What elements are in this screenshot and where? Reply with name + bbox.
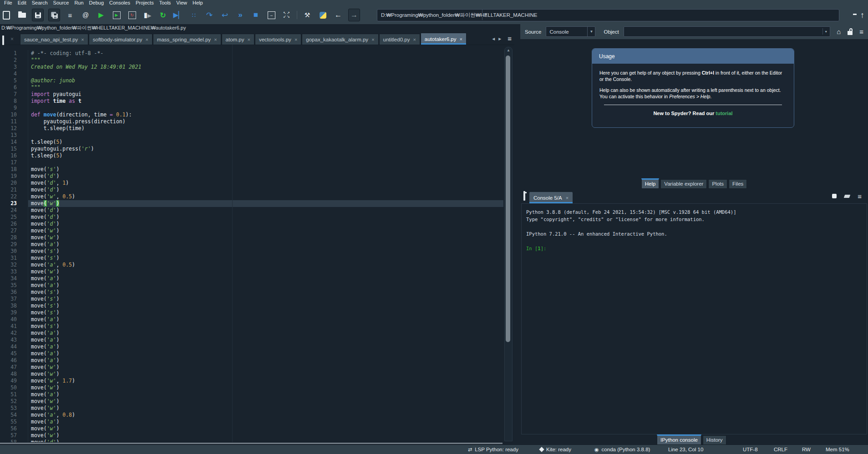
menu-item-edit[interactable]: Edit xyxy=(15,0,29,6)
source-select[interactable]: Console ▼ xyxy=(546,26,595,37)
console-tab[interactable]: Console 5/A × xyxy=(529,192,573,203)
code-line[interactable]: 20move('d', 1) xyxy=(0,180,503,187)
console-options-menu-icon[interactable]: ≡ xyxy=(858,192,862,200)
menu-item-consoles[interactable]: Consoles xyxy=(107,0,133,6)
code-line[interactable]: 41move('s') xyxy=(0,323,503,330)
code-line[interactable]: 11 pyautogui.press(direction) xyxy=(0,118,503,125)
code-line[interactable]: 49move('w', 1.7) xyxy=(0,378,503,384)
code-line[interactable]: 21move('d') xyxy=(0,187,503,193)
editor-tab[interactable]: autotaker6.py× xyxy=(421,33,467,45)
pane-tab-plots[interactable]: Plots xyxy=(708,179,727,189)
editor-tab[interactable]: vectortools.py× xyxy=(255,34,301,45)
code-line[interactable]: 47move('w') xyxy=(0,364,503,371)
code-line[interactable]: 51move('a') xyxy=(0,391,503,398)
code-line[interactable]: 56move('w') xyxy=(0,425,503,432)
code-line[interactable]: 26move('d') xyxy=(0,221,503,227)
code-line[interactable]: 44move('a') xyxy=(0,343,503,350)
code-line[interactable]: 50move('w') xyxy=(0,384,503,391)
code-line[interactable]: 27move('w') xyxy=(0,227,503,234)
rerun-last-button[interactable]: ↻ xyxy=(157,9,168,21)
editor-horizontal-scrollbar[interactable] xyxy=(0,443,503,444)
open-file-button[interactable] xyxy=(16,9,27,21)
scrollbar-handle[interactable] xyxy=(506,55,510,342)
code-line[interactable]: 35move('a') xyxy=(0,282,503,289)
unlock-icon[interactable] xyxy=(848,31,853,35)
scroll-tabs-right-button[interactable]: ▸ xyxy=(498,35,501,42)
maximize-pane-button[interactable]: ↖↗↙↘ xyxy=(281,9,292,21)
close-icon[interactable]: × xyxy=(371,37,374,42)
code-line[interactable]: 53move('w') xyxy=(0,405,503,412)
close-icon[interactable]: × xyxy=(145,37,148,42)
code-line[interactable]: 12 t.sleep(time) xyxy=(0,125,503,132)
code-line[interactable]: 38move('s') xyxy=(0,303,503,309)
stop-debug-button[interactable]: ■ xyxy=(250,9,261,21)
console-output[interactable]: Python 3.8.8 (default, Feb 24 2021, 15:5… xyxy=(521,203,867,434)
code-line[interactable]: 16t.sleep(5) xyxy=(0,152,503,159)
help-options-menu-icon[interactable]: ≡ xyxy=(859,28,863,35)
code-line[interactable]: 25move('d') xyxy=(0,214,503,221)
menu-item-projects[interactable]: Projects xyxy=(133,0,157,6)
code-line[interactable]: 45move('a') xyxy=(0,350,503,357)
code-line[interactable]: 13 xyxy=(0,132,503,139)
outline-button[interactable]: ≡ xyxy=(65,9,76,21)
preferences-button[interactable]: ⚒ xyxy=(302,9,313,21)
home-icon[interactable]: ⌂ xyxy=(837,28,841,35)
code-line[interactable]: 57move('w') xyxy=(0,432,503,439)
code-line[interactable]: 58move('d') xyxy=(0,439,503,442)
close-icon[interactable]: × xyxy=(81,37,84,42)
menu-item-file[interactable]: File xyxy=(1,0,15,6)
code-line[interactable]: 5@author: junob xyxy=(0,77,503,84)
code-line[interactable]: 54move('a', 0.8) xyxy=(0,412,503,419)
code-line[interactable]: 33move('w') xyxy=(0,268,503,275)
forward-button[interactable]: → xyxy=(348,9,360,21)
code-line[interactable]: 9 xyxy=(0,105,503,111)
debug-file-button[interactable]: ▶▏ xyxy=(173,9,184,21)
editor-tab[interactable]: sauce_nao_api_test.py× xyxy=(20,34,88,45)
working-directory-field[interactable]: D:₩Programing₩python_folder₩파이썬₩HELLTAKE… xyxy=(377,9,839,21)
step-over-button[interactable]: ↷ xyxy=(204,9,215,21)
new-file-button[interactable] xyxy=(1,9,12,21)
code-line[interactable]: 7import pyautogui xyxy=(0,91,503,98)
code-line[interactable]: 32move('a', 0.5) xyxy=(0,262,503,268)
menu-item-help[interactable]: Help xyxy=(190,0,206,6)
pane-tab-files[interactable]: Files xyxy=(729,179,747,189)
editor-tab[interactable]: untitled0.py× xyxy=(379,34,420,45)
clear-console-icon[interactable] xyxy=(844,195,851,198)
console-bottom-tab-ipython-console[interactable]: IPython console xyxy=(657,434,701,445)
code-line[interactable]: 2""" xyxy=(0,57,503,64)
close-icon[interactable]: × xyxy=(460,36,462,42)
continue-button[interactable]: » xyxy=(235,9,246,21)
pane-tab-help[interactable]: Help xyxy=(641,178,660,189)
close-icon[interactable]: × xyxy=(214,37,217,42)
code-line[interactable]: 36move('s') xyxy=(0,289,503,296)
close-icon[interactable]: × xyxy=(413,37,416,42)
console-bottom-tab-history[interactable]: History xyxy=(703,435,726,445)
code-line[interactable]: 46move('a') xyxy=(0,357,503,364)
code-line[interactable]: 29move('a') xyxy=(0,241,503,248)
debug-cell-button[interactable]: ∷ xyxy=(188,9,199,21)
code-line[interactable]: 3Created on Wed May 12 18:49:01 2021 xyxy=(0,64,503,71)
code-line[interactable]: 6""" xyxy=(0,84,503,91)
editor-tab[interactable]: softbody-simulator.py× xyxy=(89,34,152,45)
editor-tab[interactable]: gopax_kakaotalk_alarm.py× xyxy=(302,34,378,45)
menu-item-view[interactable]: View xyxy=(173,0,190,6)
working-directory-dropdown[interactable]: ▼ xyxy=(482,10,490,20)
run-file-button[interactable]: ▶ xyxy=(96,9,107,21)
code-line[interactable]: 19move('d') xyxy=(0,173,503,180)
back-button[interactable]: ← xyxy=(333,9,344,21)
code-line[interactable]: 22move('w', 0.5) xyxy=(0,193,503,200)
close-icon[interactable]: × xyxy=(566,195,569,201)
code-area[interactable]: 1# -*- coding: utf-8 -*-2"""3Created on … xyxy=(0,45,503,442)
code-line[interactable]: 43move('a') xyxy=(0,337,503,343)
editor-vertical-scrollbar[interactable]: ▲ xyxy=(504,47,513,441)
rerun-cell-button[interactable]: ↻ xyxy=(127,9,137,21)
code-line[interactable]: 31move('s') xyxy=(0,255,503,262)
code-line[interactable]: 18move('s') xyxy=(0,166,503,173)
scroll-tabs-left-button[interactable]: ◂ xyxy=(492,35,495,42)
chevron-down-icon[interactable]: ▼ xyxy=(822,28,829,35)
close-icon[interactable]: × xyxy=(294,37,297,42)
editor-tab[interactable]: atom.py× xyxy=(222,34,254,45)
step-return-button[interactable]: ↩ xyxy=(219,9,230,21)
code-line[interactable]: 14t.sleep(5) xyxy=(0,139,503,146)
object-input[interactable]: ▼ xyxy=(624,26,830,37)
